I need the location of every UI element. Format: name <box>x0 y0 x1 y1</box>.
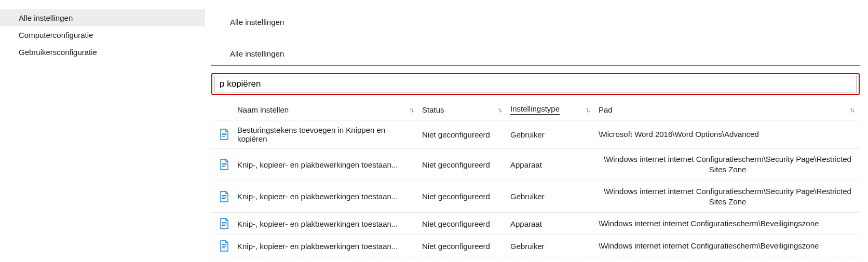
svg-rect-3 <box>222 163 227 163</box>
svg-rect-9 <box>222 222 227 223</box>
document-icon <box>220 159 229 170</box>
sidebar-item-user-config[interactable]: Gebruikersconfiguratie <box>0 44 205 61</box>
row-status-cell: Niet geconfigureerd <box>419 149 507 181</box>
divider <box>211 65 860 66</box>
search-input[interactable] <box>214 76 857 92</box>
sort-icon[interactable]: ↑↓ <box>409 106 413 114</box>
row-type-cell: Gebruiker <box>507 181 595 213</box>
column-header-icon <box>211 100 234 120</box>
row-icon-cell <box>211 181 234 213</box>
table-row[interactable]: Knip-, kopieer- en plakbewerkingen toest… <box>211 149 860 181</box>
sidebar: Alle instellingen Computerconfiguratie G… <box>0 0 205 262</box>
svg-rect-12 <box>222 244 227 245</box>
row-name-cell: Knip-, kopieer- en plakbewerkingen toest… <box>234 181 419 213</box>
row-type-cell: Gebruiker <box>507 235 595 257</box>
document-icon <box>220 191 229 202</box>
row-path-cell: \Microsoft Word 2016\Word Options\Advanc… <box>595 120 860 149</box>
row-name-cell: Knip-, kopieer- en plakbewerkingen toest… <box>234 235 419 257</box>
row-type-cell: Gebruiker <box>507 120 595 149</box>
row-name-cell: Besturingstekens toevoegen in Knippen en… <box>234 120 419 149</box>
column-label-name: Naam instellen <box>237 105 289 114</box>
row-type-cell: Apparaat <box>507 149 595 181</box>
row-path-cell: \Windows internet internet Configuraties… <box>595 213 860 235</box>
document-icon <box>220 129 229 140</box>
row-name-cell: Knip-, kopieer- en plakbewerkingen toest… <box>234 149 419 181</box>
row-type-cell: Apparaat <box>507 213 595 235</box>
row-icon-cell <box>211 235 234 257</box>
row-icon-cell <box>211 149 234 181</box>
settings-table: Naam instellen ↑↓ Status ↑↓ Instellingst… <box>211 100 860 257</box>
svg-rect-11 <box>222 225 225 226</box>
svg-rect-10 <box>222 224 227 224</box>
row-path-cell: \Windows internet internet Configuraties… <box>595 235 860 257</box>
row-status-cell: Niet geconfigureerd <box>419 181 507 213</box>
svg-rect-13 <box>222 246 227 246</box>
table-row[interactable]: Knip-, kopieer- en plakbewerkingen toest… <box>211 213 860 235</box>
table-row[interactable]: Knip-, kopieer- en plakbewerkingen toest… <box>211 235 860 257</box>
document-icon <box>220 240 229 252</box>
row-path-cell: \Windows internet internet Configuraties… <box>595 181 860 213</box>
svg-rect-5 <box>222 166 225 167</box>
column-label-status: Status <box>422 105 444 114</box>
sort-icon[interactable]: ↑↓ <box>586 106 589 114</box>
column-header-name[interactable]: Naam instellen ↑↓ <box>234 100 419 120</box>
sort-icon[interactable]: ↑↓ <box>497 106 501 114</box>
column-header-path[interactable]: Pad ↑↓ <box>595 100 860 120</box>
main-panel: Alle instellingen Alle instellingen Naam… <box>205 0 868 262</box>
row-status-cell: Niet geconfigureerd <box>419 213 507 235</box>
column-header-status[interactable]: Status ↑↓ <box>419 100 507 120</box>
document-icon <box>220 218 229 229</box>
row-name-cell: Knip-, kopieer- en plakbewerkingen toest… <box>234 213 419 235</box>
svg-rect-1 <box>222 134 227 135</box>
table-row[interactable]: Besturingstekens toevoegen in Knippen en… <box>211 120 860 149</box>
row-status-cell: Niet geconfigureerd <box>419 235 507 257</box>
svg-rect-8 <box>222 198 225 199</box>
row-icon-cell <box>211 213 234 235</box>
column-header-type[interactable]: Instellingstype ↑↓ <box>507 100 595 120</box>
row-icon-cell <box>211 120 234 149</box>
svg-rect-0 <box>222 133 227 133</box>
row-status-cell: Niet geconfigureerd <box>419 120 507 149</box>
svg-rect-6 <box>222 195 227 196</box>
svg-rect-7 <box>222 197 227 197</box>
page-title: Alle instellingen <box>230 18 860 26</box>
row-path-cell: \Windows internet internet Configuraties… <box>595 149 860 181</box>
column-label-type: Instellingstype <box>510 104 560 115</box>
search-highlight-frame <box>211 73 860 95</box>
svg-rect-4 <box>222 164 227 165</box>
sidebar-item-all-settings[interactable]: Alle instellingen <box>0 9 205 26</box>
breadcrumb: Alle instellingen <box>230 49 860 58</box>
sidebar-item-computer-config[interactable]: Computerconfiguratie <box>0 26 205 44</box>
table-row[interactable]: Knip-, kopieer- en plakbewerkingen toest… <box>211 181 860 213</box>
svg-rect-2 <box>222 136 225 136</box>
sort-icon[interactable]: ↑↓ <box>850 106 853 114</box>
svg-rect-14 <box>222 247 225 248</box>
column-label-path: Pad <box>599 105 613 114</box>
